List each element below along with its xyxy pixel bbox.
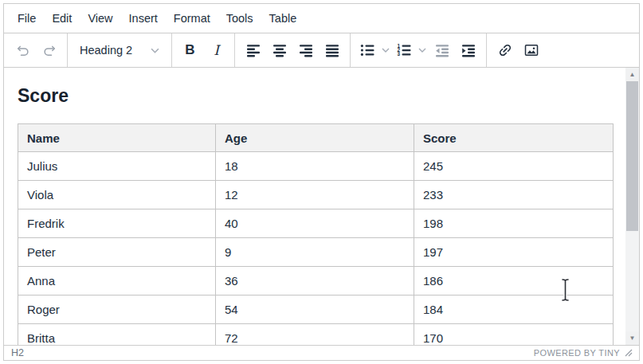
numbered-list-options-button[interactable] xyxy=(416,37,429,64)
indent-icon xyxy=(461,42,476,58)
table-cell[interactable]: 184 xyxy=(414,296,614,324)
scroll-down-arrow-icon[interactable]: ▼ xyxy=(625,331,639,345)
align-right-icon xyxy=(298,42,314,58)
chevron-down-icon xyxy=(382,45,390,57)
table-body: Julius18245Viola12233Fredrik40198Peter91… xyxy=(18,152,614,345)
align-center-icon xyxy=(272,42,288,58)
table-row: Viola12233 xyxy=(18,181,614,209)
branding: POWERED BY TINY xyxy=(534,348,633,358)
resize-handle-icon[interactable] xyxy=(625,349,633,357)
scrollbar-thumb[interactable] xyxy=(626,81,638,231)
numbered-list-button[interactable]: 123 xyxy=(392,37,416,64)
menu-view[interactable]: View xyxy=(80,8,120,29)
menu-edit[interactable]: Edit xyxy=(44,8,80,29)
table-cell[interactable]: 197 xyxy=(414,238,614,267)
italic-icon: I xyxy=(214,42,219,58)
svg-text:3: 3 xyxy=(398,51,401,57)
table-cell[interactable]: 186 xyxy=(414,267,614,296)
table-cell[interactable]: 54 xyxy=(216,296,414,324)
vertical-scrollbar[interactable]: ▲ ▼ xyxy=(625,68,639,345)
redo-button[interactable] xyxy=(36,37,62,64)
link-button[interactable] xyxy=(492,37,518,64)
table-row: Julius18245 xyxy=(18,152,614,181)
align-right-button[interactable] xyxy=(292,37,319,64)
table-cell[interactable]: 245 xyxy=(414,152,614,181)
menu-tools[interactable]: Tools xyxy=(218,8,261,29)
undo-button[interactable] xyxy=(10,37,36,64)
menu-file[interactable]: File xyxy=(10,8,44,29)
table-cell[interactable]: 40 xyxy=(216,209,414,238)
table-row: Anna36186 xyxy=(18,267,614,296)
table-row: Britta72170 xyxy=(18,324,614,345)
toolbar-divider xyxy=(234,33,235,67)
redo-icon xyxy=(41,42,57,58)
bullet-list-options-button[interactable] xyxy=(379,37,392,64)
format-select[interactable]: Heading 2 xyxy=(73,37,167,64)
table-cell[interactable]: 18 xyxy=(216,152,414,181)
table-cell[interactable]: Roger xyxy=(18,296,216,324)
chevron-down-icon xyxy=(418,45,426,57)
column-header[interactable]: Name xyxy=(18,124,216,152)
powered-by-tiny-link[interactable]: POWERED BY TINY xyxy=(534,348,620,358)
italic-button[interactable]: I xyxy=(203,37,229,64)
table-row: Peter9197 xyxy=(18,238,614,267)
table-row: Fredrik40198 xyxy=(18,209,614,238)
align-left-button[interactable] xyxy=(240,37,266,64)
table-cell[interactable]: Julius xyxy=(18,152,216,181)
table-row: Roger54184 xyxy=(18,296,614,324)
toolbar-divider xyxy=(350,33,351,67)
menu-format[interactable]: Format xyxy=(166,8,218,29)
rich-text-editor: File Edit View Insert Format Tools Table… xyxy=(3,3,640,361)
data-table: NameAgeScore Julius18245Viola12233Fredri… xyxy=(18,123,614,345)
menu-bar: File Edit View Insert Format Tools Table xyxy=(4,4,639,33)
table-cell[interactable]: 170 xyxy=(414,324,614,345)
align-justify-button[interactable] xyxy=(319,37,345,64)
link-icon xyxy=(497,42,513,58)
table-cell[interactable]: 12 xyxy=(216,181,414,209)
status-bar: H2 POWERED BY TINY xyxy=(4,345,639,360)
element-path[interactable]: H2 xyxy=(11,347,24,358)
toolbar-divider xyxy=(67,33,68,67)
document-heading[interactable]: Score xyxy=(18,85,612,106)
bullet-list-button[interactable] xyxy=(355,37,379,64)
document-body: Score NameAgeScore Julius18245Viola12233… xyxy=(4,68,639,345)
format-select-value: Heading 2 xyxy=(80,44,132,57)
insert-image-button[interactable] xyxy=(518,37,544,64)
table-cell[interactable]: 9 xyxy=(216,238,414,267)
column-header[interactable]: Age xyxy=(216,124,414,152)
bold-icon: B xyxy=(185,42,194,58)
chevron-down-icon xyxy=(151,46,159,55)
toolbar-divider xyxy=(486,33,487,67)
bullet-list-icon xyxy=(359,42,375,58)
table-cell[interactable]: Britta xyxy=(18,324,216,345)
image-icon xyxy=(523,42,539,58)
menu-insert[interactable]: Insert xyxy=(121,8,166,29)
table-cell[interactable]: 198 xyxy=(414,209,614,238)
align-center-button[interactable] xyxy=(266,37,292,64)
table-cell[interactable]: 72 xyxy=(216,324,414,345)
table-cell[interactable]: Anna xyxy=(18,267,216,296)
menu-table[interactable]: Table xyxy=(261,8,305,29)
scroll-up-arrow-icon[interactable]: ▲ xyxy=(625,68,639,81)
toolbar-divider xyxy=(171,33,172,67)
table-cell[interactable]: Viola xyxy=(18,181,216,209)
screenshot-root: { "menu_bar": { "items": ["File", "Edit"… xyxy=(0,0,643,364)
editor-content-area[interactable]: Score NameAgeScore Julius18245Viola12233… xyxy=(4,68,639,345)
align-left-icon xyxy=(245,42,261,58)
table-cell[interactable]: Peter xyxy=(18,238,216,267)
table-cell[interactable]: 36 xyxy=(216,267,414,296)
column-header[interactable]: Score xyxy=(414,124,614,152)
align-justify-icon xyxy=(324,42,340,58)
bold-button[interactable]: B xyxy=(177,37,203,64)
table-header-row: NameAgeScore xyxy=(18,124,614,152)
toolbar: Heading 2 B I 123 xyxy=(4,33,639,68)
table-cell[interactable]: 233 xyxy=(414,181,614,209)
numbered-list-icon: 123 xyxy=(396,42,412,58)
outdent-icon xyxy=(434,42,450,58)
outdent-button[interactable] xyxy=(429,37,455,64)
undo-icon xyxy=(15,42,31,58)
table-cell[interactable]: Fredrik xyxy=(18,209,216,238)
indent-button[interactable] xyxy=(455,37,481,64)
